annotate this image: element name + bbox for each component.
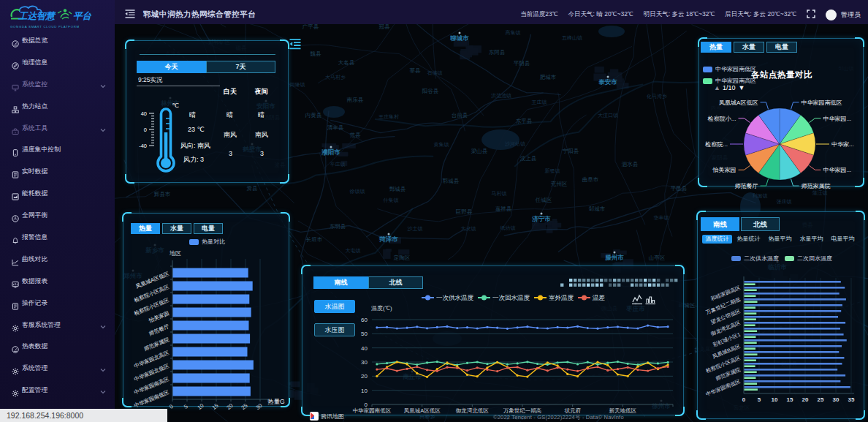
bar[interactable]: [173, 321, 249, 331]
pager-down-icon[interactable]: ▼: [738, 84, 745, 91]
sidebar-item-9[interactable]: 全网平衡: [0, 205, 115, 227]
right-subtab[interactable]: 电量平均: [828, 235, 858, 244]
bar[interactable]: [173, 347, 248, 357]
area-heat-legend[interactable]: 热量对比: [189, 238, 225, 246]
line-legend-item[interactable]: 一次回水温度: [492, 294, 530, 301]
sidebar-item-8[interactable]: 能耗数据: [0, 183, 115, 205]
bar[interactable]: [745, 304, 842, 306]
pager-up-icon[interactable]: ▲: [714, 84, 720, 91]
right-legend-2[interactable]: 二次回水温度: [785, 255, 832, 263]
rect: [569, 284, 572, 287]
bar[interactable]: [745, 298, 846, 301]
pie-legend-1[interactable]: 中华家园南低区: [703, 65, 756, 73]
sidebar-item-3[interactable]: 系统监控: [0, 74, 115, 96]
sidebar-item-1[interactable]: 数据总览: [0, 30, 115, 52]
bar[interactable]: [745, 339, 847, 342]
bar[interactable]: [745, 353, 758, 355]
line-legend-item[interactable]: 一次供水温度: [436, 294, 474, 301]
right-subtab[interactable]: 水量平均: [796, 235, 826, 244]
sidebar-item-11[interactable]: 曲线对比: [0, 249, 115, 271]
collapse-sidebar-icon[interactable]: [125, 8, 135, 21]
sidebar-item-7[interactable]: 实时数据: [0, 161, 115, 183]
bar[interactable]: [745, 365, 755, 367]
bar[interactable]: [173, 361, 254, 370]
right-subtab[interactable]: 热量统计: [734, 235, 764, 244]
bar[interactable]: [745, 371, 757, 373]
bar[interactable]: [745, 318, 756, 320]
bar[interactable]: [173, 374, 250, 383]
bar[interactable]: [745, 289, 757, 291]
bar[interactable]: [173, 387, 251, 396]
sidebar-item-13[interactable]: 操作记录: [0, 293, 115, 314]
line-legend-item[interactable]: 室外温度: [549, 294, 574, 301]
bar[interactable]: [745, 330, 758, 332]
bar[interactable]: [745, 301, 758, 303]
bar[interactable]: [745, 383, 758, 385]
map-panel-toggle-icon[interactable]: [289, 39, 301, 53]
bar[interactable]: [745, 388, 758, 391]
bar[interactable]: [745, 334, 844, 336]
path: [448, 31, 686, 260]
path: [633, 295, 642, 302]
bar[interactable]: [745, 363, 842, 365]
right-subtab[interactable]: 热量平均: [765, 235, 795, 244]
fullscreen-icon[interactable]: [807, 10, 815, 20]
line-legend-item[interactable]: 温差: [592, 294, 605, 301]
sidebar-item-10[interactable]: 报警信息: [0, 227, 115, 249]
avatar[interactable]: [826, 10, 837, 20]
bar[interactable]: [745, 374, 846, 377]
bar[interactable]: [745, 347, 756, 350]
bar[interactable]: [745, 328, 840, 330]
bar[interactable]: [173, 295, 250, 304]
bar[interactable]: [745, 316, 839, 318]
right-subtab[interactable]: 温度统计: [702, 235, 732, 244]
bar[interactable]: [745, 283, 755, 285]
area-heat-tab[interactable]: 水量: [162, 223, 191, 234]
sidebar-item-6[interactable]: 温度集中控制: [0, 139, 115, 161]
bar[interactable]: [745, 306, 756, 309]
bar[interactable]: [745, 324, 755, 326]
weather-tab[interactable]: 7天: [206, 61, 275, 73]
bar[interactable]: [173, 334, 251, 344]
bar[interactable]: [745, 359, 756, 361]
bar[interactable]: [745, 357, 845, 359]
sidebar-item-15[interactable]: 热表数据: [0, 336, 115, 358]
sidebar-item-2[interactable]: 地理信息: [0, 52, 115, 74]
bar[interactable]: [745, 322, 846, 324]
bar[interactable]: [745, 310, 842, 312]
area-heat-tab[interactable]: 电量: [194, 223, 223, 234]
weather-tab[interactable]: 今天: [137, 61, 206, 73]
toolbox-line-icon[interactable]: [632, 295, 642, 304]
toolbox-bar-icon[interactable]: [646, 297, 656, 304]
bar[interactable]: [745, 345, 842, 347]
pie-tab[interactable]: 电量: [766, 42, 797, 53]
sidebar-item-16[interactable]: 系统管理: [0, 358, 115, 380]
area-heat-tab[interactable]: 热量: [131, 223, 160, 234]
bar[interactable]: [745, 295, 756, 297]
bar[interactable]: [173, 268, 248, 278]
pie-tab[interactable]: 水量: [734, 42, 764, 53]
bar[interactable]: [745, 380, 841, 383]
sidebar-item-17[interactable]: 配置管理: [0, 380, 115, 402]
right-tab[interactable]: 南线: [701, 217, 739, 231]
bar[interactable]: [173, 282, 253, 291]
bar[interactable]: [745, 336, 756, 338]
bar[interactable]: [745, 377, 756, 379]
bar[interactable]: [745, 287, 845, 289]
circle: [582, 295, 587, 301]
bar[interactable]: [745, 312, 757, 314]
sidebar-item-5[interactable]: 系统工具: [0, 118, 115, 140]
bar[interactable]: [745, 293, 840, 295]
bar[interactable]: [173, 308, 251, 317]
bar[interactable]: [745, 281, 841, 283]
bar[interactable]: [745, 369, 838, 371]
sidebar-item-14[interactable]: 客服系统管理: [0, 314, 115, 336]
sidebar-item-4[interactable]: 热力站点: [0, 96, 115, 118]
bar[interactable]: [745, 351, 840, 353]
pie-tab[interactable]: 热量: [701, 42, 731, 53]
right-legend-1[interactable]: 二次供水温度: [731, 255, 779, 263]
sidebar-item-12[interactable]: 数据报表: [0, 271, 115, 293]
right-tab[interactable]: 北线: [741, 217, 780, 231]
bar[interactable]: [745, 386, 850, 388]
bar[interactable]: [745, 342, 757, 344]
